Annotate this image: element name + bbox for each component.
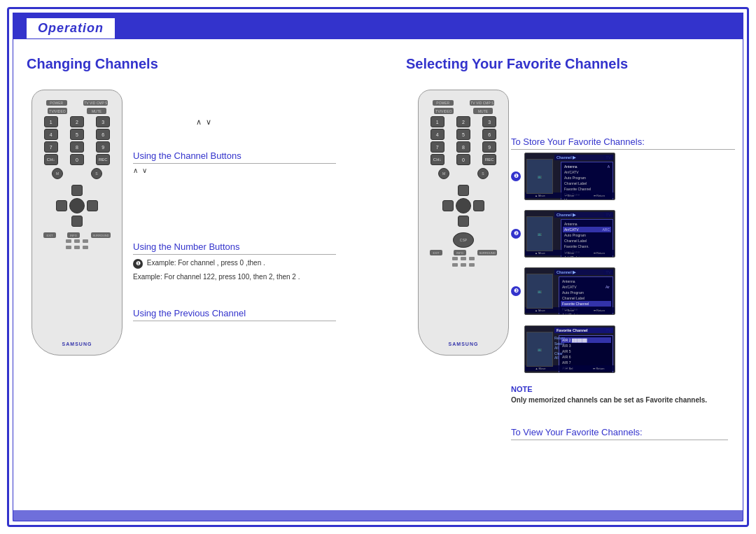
btn-misc2[interactable]: REC: [96, 154, 110, 165]
btn-4[interactable]: 4: [44, 129, 58, 140]
mute-btn[interactable]: MUTE: [87, 108, 106, 114]
r-exit-btn[interactable]: EXIT: [430, 250, 442, 255]
number-buttons-title: Using the Number Buttons: [133, 241, 336, 255]
menu-item-chlabel-2: Channel Label: [563, 238, 611, 244]
bottom-bar: [13, 510, 743, 521]
left-remote: POWER TV VID CMP S TV/VIDEO MUTE 1 2 3 4…: [31, 90, 122, 356]
fav-btn-selectall[interactable]: Select All: [554, 341, 557, 351]
tv-btn-move-3: ▲ Move: [535, 309, 545, 312]
tv-menu-header-3: Channel ▶: [554, 269, 613, 275]
power-btn[interactable]: POWER: [46, 100, 67, 106]
r-btn-9[interactable]: 9: [482, 141, 496, 153]
exit-btn[interactable]: EXIT: [43, 232, 56, 238]
dpad-up[interactable]: [71, 185, 83, 196]
btn-6[interactable]: 6: [96, 129, 110, 140]
r-surround-btn[interactable]: SURROUND: [477, 250, 497, 255]
r-btn-misc2[interactable]: REC: [482, 154, 496, 165]
r-dpad-up[interactable]: [458, 185, 469, 196]
fav-item-air2: AIR 2 ▓▓▓▓▓▓: [561, 337, 611, 343]
favorite-channels-title: Selecting Your Favorite Channels: [406, 56, 735, 72]
info-btn[interactable]: INFO: [67, 232, 80, 238]
r-dpad-right[interactable]: [473, 200, 484, 211]
tv-menu-header-1: Channel ▶: [554, 155, 613, 160]
menu-item-aircatv-3: Air/CATVAir: [561, 284, 611, 290]
btn-misc1[interactable]: CH↓: [44, 154, 58, 165]
r-info-btn[interactable]: INFO: [454, 250, 466, 255]
r-btn-0[interactable]: 0: [456, 154, 470, 165]
tv-preview-2: 📺: [526, 216, 553, 251]
tv-screen-3: ❸ TV Channel ▶ Antenna Air/CATVAir Auto …: [511, 267, 615, 315]
menu-item-aircatv-2: Air/CATVARC: [563, 227, 611, 232]
btn-7[interactable]: 7: [44, 141, 58, 153]
dpad-down[interactable]: [71, 216, 83, 227]
r-btn-2[interactable]: 2: [456, 116, 470, 127]
tv-btn-move-2: ▲ Move: [535, 251, 545, 255]
r-dpad-enter[interactable]: [456, 198, 471, 213]
dot3: [83, 239, 88, 243]
r-btn-5[interactable]: 5: [456, 129, 470, 140]
dpad-enter[interactable]: [69, 198, 85, 213]
tv-btn-return-3: ⬅ Return: [594, 309, 605, 312]
fav-btn-return[interactable]: Return: [554, 335, 557, 341]
r-dot5: [461, 263, 466, 267]
step-icon: ❶: [133, 259, 143, 269]
dpad-left[interactable]: [56, 200, 67, 211]
r-dpad-down[interactable]: [458, 216, 469, 227]
left-section: Changing Channels: [27, 56, 377, 79]
btn-1[interactable]: 1: [44, 116, 58, 127]
tv-menu-header-2: Channel ▶: [554, 212, 613, 218]
tv-screen-2: ❷ TV Channel ▶ Antenna Air/CATVARC Auto …: [511, 210, 615, 258]
r-dot1: [452, 257, 458, 260]
samsung-logo-left: SAMSUNG: [62, 342, 92, 346]
r-btn-7[interactable]: 7: [430, 141, 444, 153]
menu-item-autoprog-3: Auto Program: [561, 290, 611, 295]
tv-video-btn[interactable]: TV/VIDEO: [48, 108, 67, 114]
r-dot3: [469, 257, 475, 260]
menu-item-antenna-2: Antenna: [563, 221, 611, 227]
menu-item-chlabel-1: Channel Label: [563, 181, 611, 186]
r-btn-8[interactable]: 8: [456, 141, 470, 153]
csp-btn[interactable]: CSP: [453, 232, 474, 248]
btn-3[interactable]: 3: [96, 116, 110, 127]
r-mute-left[interactable]: M: [438, 168, 449, 179]
tv-preview-3: 📺: [526, 274, 553, 309]
r-btn-1[interactable]: 1: [430, 116, 444, 127]
btn-9[interactable]: 9: [96, 141, 110, 153]
btn-2[interactable]: 2: [70, 116, 84, 127]
previous-channel-section: Using the Previous Channel: [133, 308, 336, 324]
fav-item-air5: AIR 5: [561, 349, 611, 354]
dot2: [74, 239, 80, 243]
tv-thumb-1: TV Channel ▶ AntennaA Air/CATV Auto Prog…: [524, 153, 615, 200]
btn-8[interactable]: 8: [70, 141, 84, 153]
fav-title: Favorite Channel: [554, 328, 613, 333]
btn-5[interactable]: 5: [70, 129, 84, 140]
r-btn-misc1[interactable]: CH↓: [430, 154, 444, 165]
r-source-btn[interactable]: S: [477, 168, 489, 179]
input-buttons-r[interactable]: TV VID CMP S: [470, 100, 494, 106]
input-buttons[interactable]: TV VID CMP S: [83, 100, 108, 106]
previous-channel-title: Using the Previous Channel: [133, 308, 336, 321]
source-btn[interactable]: S: [91, 168, 102, 179]
remote-body: POWER TV VID CMP S TV/VIDEO MUTE 1 2 3 4…: [31, 90, 122, 356]
to-view-section: To View Your Favorite Channels:: [511, 427, 728, 440]
fav-btn-clearall[interactable]: Clear All: [554, 351, 557, 360]
mute-left[interactable]: M: [52, 168, 63, 179]
power-btn-r[interactable]: POWER: [433, 100, 454, 106]
r-btn-4[interactable]: 4: [430, 129, 444, 140]
mute-btn-r[interactable]: MUTE: [473, 108, 493, 114]
r-btn-6[interactable]: 6: [482, 129, 496, 140]
right-remote: POWER TV VID CMP S TV/VIDEO MUTE 1 2 3 4…: [418, 90, 509, 356]
btn-0[interactable]: 0: [70, 154, 84, 165]
menu-item-fav-3: Favorite Channel: [561, 301, 611, 307]
tv-btn-enter-2: ↵ Enter: [565, 251, 575, 255]
tv-video-btn-r[interactable]: TV/VIDEO: [434, 108, 454, 114]
r-dot6: [469, 263, 475, 267]
tv-btn-return-1: ⬅ Return: [594, 194, 605, 197]
tv-preview-fav: 📺: [526, 332, 553, 367]
dpad-right[interactable]: [87, 200, 98, 211]
r-dpad-left[interactable]: [442, 200, 454, 211]
menu-item-chlabel-3: Channel Label: [561, 295, 611, 301]
samsung-logo-right: SAMSUNG: [449, 342, 479, 346]
r-btn-3[interactable]: 3: [482, 116, 496, 127]
surround-btn[interactable]: SURROUND: [91, 232, 111, 238]
